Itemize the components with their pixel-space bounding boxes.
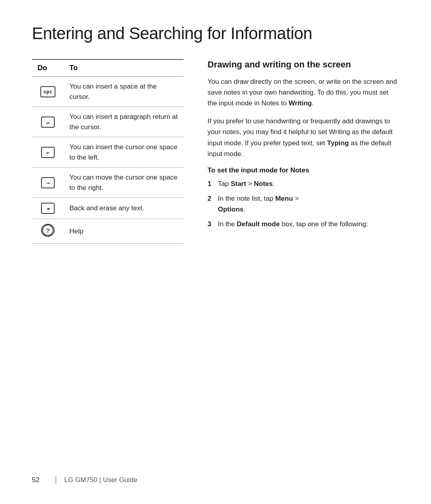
sub-heading-input-mode: To set the input mode for Notes — [208, 166, 399, 174]
table-cell-description: You can move the cursor one space to the… — [64, 168, 184, 198]
paragraph-2: If you prefer to use handwriting or freq… — [208, 116, 399, 159]
table-cell-description: You can insert a paragraph return at the… — [64, 107, 184, 137]
left-column: Do To spcYou can insert a space at the c… — [32, 59, 184, 244]
table-header-to: To — [64, 59, 184, 77]
page-footer: 52 LG GM750 | User Guide — [32, 476, 399, 484]
list-item: 2 In the note list, tap Menu > Options. — [208, 193, 399, 215]
table-row: ? Help — [32, 219, 184, 244]
table-cell-description: You can insert a space at the cursor. — [64, 77, 184, 107]
table-cell-icon: → — [32, 168, 64, 198]
steps-list: 1 Tap Start > Notes. 2 In the note list,… — [208, 178, 399, 230]
table-cell-description: Help — [64, 219, 184, 244]
list-item: 1 Tap Start > Notes. — [208, 178, 399, 189]
table-row: ←You can insert the cursor one space to … — [32, 137, 184, 168]
table-cell-description: Back and erase any text. — [64, 198, 184, 219]
footer-brand: LG GM750 | User Guide — [64, 476, 137, 484]
table-row: ↵You can insert a paragraph return at th… — [32, 107, 184, 137]
svg-text:?: ? — [46, 227, 49, 234]
table-row: →You can move the cursor one space to th… — [32, 168, 184, 198]
footer-divider — [55, 476, 56, 484]
table-row: ◄Back and erase any text. — [32, 198, 184, 219]
paragraph-1: You can draw directly on the screen, or … — [208, 76, 399, 109]
table-row: spcYou can insert a space at the cursor. — [32, 77, 184, 107]
table-cell-icon: ↵ — [32, 107, 64, 137]
list-item: 3 In the Default mode box, tap one of th… — [208, 219, 399, 229]
reference-table: Do To spcYou can insert a space at the c… — [32, 59, 184, 244]
content-area: Do To spcYou can insert a space at the c… — [32, 59, 399, 244]
table-cell-description: You can insert the cursor one space to t… — [64, 137, 184, 168]
table-cell-icon: spc — [32, 77, 64, 107]
table-header-do: Do — [32, 59, 64, 77]
table-cell-icon: ◄ — [32, 198, 64, 219]
help-circle-icon: ? — [42, 224, 54, 237]
table-cell-icon: ← — [32, 137, 64, 168]
page-number: 52 — [32, 476, 40, 484]
page-title: Entering and Searching for Information — [32, 24, 399, 43]
table-cell-icon: ? — [32, 219, 64, 244]
section-heading-drawing: Drawing and writing on the screen — [208, 59, 399, 71]
right-column: Drawing and writing on the screen You ca… — [208, 59, 399, 244]
